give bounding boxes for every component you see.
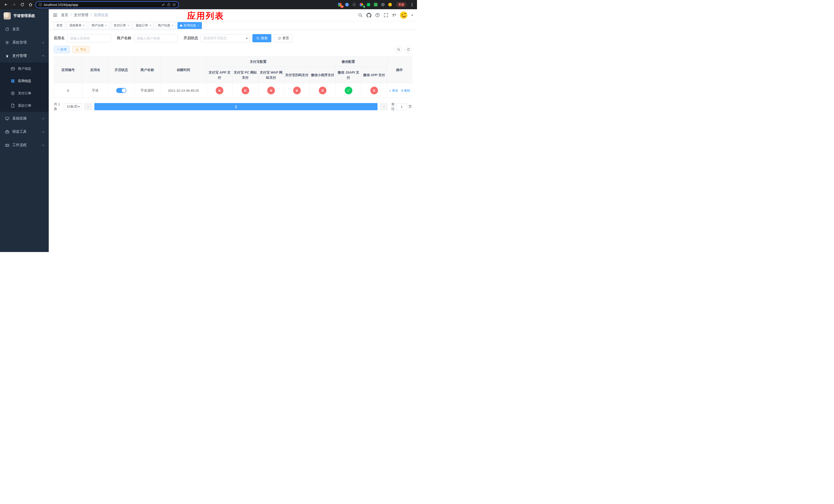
goto-page-input[interactable]	[396, 103, 407, 110]
tab-pay-orders[interactable]: 支付订单×	[111, 22, 132, 29]
chevron-down-icon	[42, 117, 45, 119]
hamburger-icon[interactable]	[53, 13, 58, 18]
page-size-select[interactable]: 10条/页 ▾	[64, 103, 82, 110]
toggle-search-button[interactable]	[395, 46, 402, 53]
content: 应用名 商户名称 开启状态 请选择开启状态 ▾ 搜索 重置 +新增 导出	[49, 30, 417, 252]
sidebar-item-workflow[interactable]: 工作流程	[0, 138, 49, 152]
table-row: 6 芋道 芋道源码 2021-10-23 08:49:25	[54, 83, 412, 98]
tab-refund-orders[interactable]: 退款订单×	[133, 22, 154, 29]
extension-icon-face[interactable]	[387, 2, 393, 8]
export-button[interactable]: 导出	[72, 46, 89, 53]
browser-update-button[interactable]: 更新	[396, 2, 407, 7]
site-info-icon[interactable]	[39, 3, 42, 6]
tab-label: 流程表单	[69, 23, 82, 28]
fullscreen-icon[interactable]	[384, 13, 388, 18]
address-bar[interactable]: localhost:1024/pay/app	[36, 1, 179, 8]
chevron-down-icon: ▾	[78, 105, 80, 109]
font-size-icon[interactable]: TT	[392, 13, 396, 17]
home-icon[interactable]	[27, 1, 34, 8]
password-key-icon[interactable]	[161, 3, 165, 6]
refresh-button[interactable]	[405, 46, 412, 53]
close-icon[interactable]: ×	[150, 24, 151, 27]
github-icon[interactable]	[367, 13, 371, 18]
sidebar-logo-row[interactable]: 芋道管理系统	[0, 9, 49, 23]
help-icon[interactable]	[375, 13, 380, 18]
pagination: 共 1 条 10条/页 ▾ ‹ 1 › 前往 页	[54, 102, 412, 111]
add-button[interactable]: +新增	[54, 46, 70, 53]
cell-app-name: 芋道	[82, 83, 109, 98]
avatar[interactable]	[400, 11, 408, 19]
prev-page-button[interactable]: ‹	[84, 103, 92, 110]
delete-link[interactable]: 删除	[401, 88, 410, 93]
sidebar-item-system[interactable]: 系统管理	[0, 36, 49, 49]
extension-icon-colorwheel[interactable]: 1	[358, 2, 365, 8]
col-header-created: 创建时间	[160, 56, 207, 83]
sidebar-item-app-info[interactable]: 应用信息	[0, 75, 49, 87]
app-name-label: 应用名	[54, 36, 65, 41]
col-header-wx-lite: 微信小程序支付	[310, 67, 336, 83]
extension-icon-wechat[interactable]	[366, 2, 372, 8]
tab-user-group[interactable]: 用户分组×	[89, 22, 109, 29]
avatar-caret-icon[interactable]: ▾	[411, 14, 413, 17]
alipay-app-status-icon	[216, 87, 223, 94]
sidebar-item-refund-orders[interactable]: 退款订单	[0, 99, 49, 112]
search-icon[interactable]	[358, 13, 363, 18]
cell-merchant: 芋道源码	[134, 83, 160, 98]
page-number-button[interactable]: 1	[94, 103, 377, 110]
reset-button[interactable]: 重置	[274, 34, 293, 42]
close-icon[interactable]: ×	[128, 24, 129, 27]
edit-link[interactable]: 修改	[389, 88, 398, 93]
url-text[interactable]: localhost:1024/pay/app	[44, 3, 160, 7]
breadcrumb-payment[interactable]: 支付管理	[74, 13, 88, 18]
back-icon[interactable]	[3, 1, 9, 8]
browser-menu-icon[interactable]	[410, 2, 414, 8]
breadcrumb-home[interactable]: 首页	[61, 13, 68, 18]
col-header-status: 开启状态	[109, 56, 134, 83]
extension-icon-dark[interactable]	[351, 2, 357, 8]
status-label: 开启状态	[184, 36, 198, 41]
sidebar-item-label: 支付管理	[12, 53, 27, 58]
grid-icon	[11, 79, 15, 83]
col-header-app-id: 应用编号	[54, 56, 82, 83]
tab-process-form[interactable]: 流程表单×	[67, 22, 87, 29]
extension-icon-note[interactable]	[373, 2, 379, 8]
main-header: 首页 / 支付管理 / 应用信息 应用列表 TT ▾	[49, 9, 417, 21]
share-icon[interactable]	[167, 3, 171, 6]
chevron-up-icon	[42, 55, 45, 58]
extension-badge: 10	[340, 5, 344, 8]
status-toggle[interactable]	[116, 88, 127, 93]
sidebar-item-merchant-info[interactable]: 商户信息	[0, 63, 49, 75]
search-button[interactable]: 搜索	[253, 34, 271, 42]
sidebar-item-home[interactable]: 首页	[0, 23, 49, 36]
close-icon[interactable]: ×	[172, 24, 173, 27]
tab-merchant-info[interactable]: 商户信息×	[155, 22, 176, 29]
forward-icon[interactable]	[11, 1, 18, 8]
extension-icon-pin[interactable]	[344, 2, 350, 8]
sidebar-item-pay-orders[interactable]: 支付订单	[0, 87, 49, 99]
monitor-icon	[5, 116, 9, 120]
extension-icon-grid[interactable]: 10	[337, 2, 343, 8]
merchant-name-input[interactable]	[134, 34, 177, 42]
tab-app-info[interactable]: 应用信息×	[177, 22, 202, 29]
bookmark-star-icon[interactable]	[172, 3, 176, 6]
app-name-input[interactable]	[67, 34, 111, 42]
app-shell: 芋道管理系统 首页 系统管理 ¥ 支付管理 商户信息	[0, 9, 417, 252]
tab-home[interactable]: 首页	[54, 22, 65, 29]
col-header-alipay-wap: 支付宝 WAP 网站支付	[258, 67, 284, 83]
chevron-down-icon: ▾	[246, 37, 247, 40]
close-icon[interactable]: ×	[105, 24, 107, 27]
next-page-button[interactable]: ›	[380, 103, 388, 110]
filter-form: 应用名 商户名称 开启状态 请选择开启状态 ▾ 搜索 重置	[54, 34, 412, 42]
sidebar-item-payment[interactable]: ¥ 支付管理	[0, 49, 49, 63]
close-icon[interactable]: ×	[197, 24, 199, 27]
sidebar-item-label: 商户信息	[18, 66, 31, 71]
extension-icon-plugin[interactable]	[380, 2, 386, 8]
reset-button-label: 重置	[282, 36, 289, 41]
add-button-label: 新增	[60, 47, 66, 52]
merchant-name-label: 商户名称	[117, 36, 131, 41]
close-icon[interactable]: ×	[83, 24, 85, 27]
sidebar-item-dev-tools[interactable]: 研发工具	[0, 125, 49, 138]
sidebar-item-infra[interactable]: 基础设施	[0, 112, 49, 125]
reload-icon[interactable]	[19, 1, 26, 8]
status-select[interactable]: 请选择开启状态 ▾	[201, 34, 250, 42]
